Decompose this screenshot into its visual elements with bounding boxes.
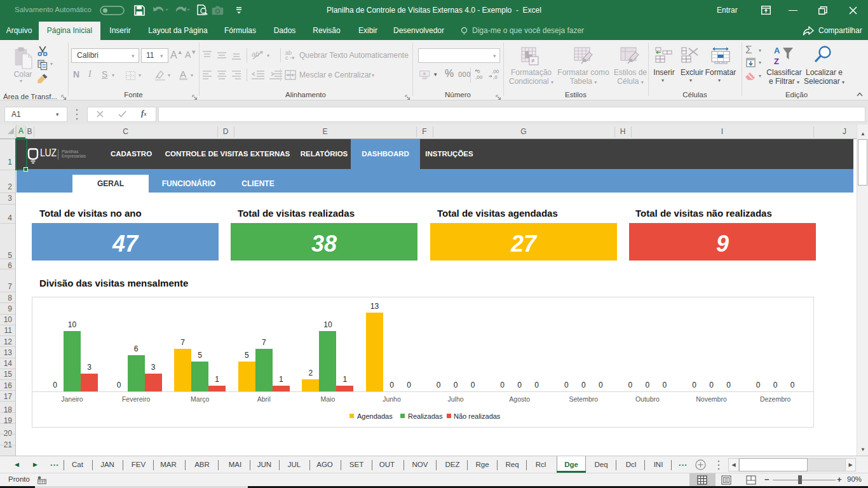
svg-text:,0: ,0: [493, 74, 498, 80]
svg-text:c: c: [285, 55, 288, 60]
svg-text:≠: ≠: [531, 57, 535, 64]
svg-text:A: A: [774, 46, 780, 55]
svg-text:,00: ,00: [475, 74, 483, 80]
svg-text:Z: Z: [774, 57, 779, 65]
